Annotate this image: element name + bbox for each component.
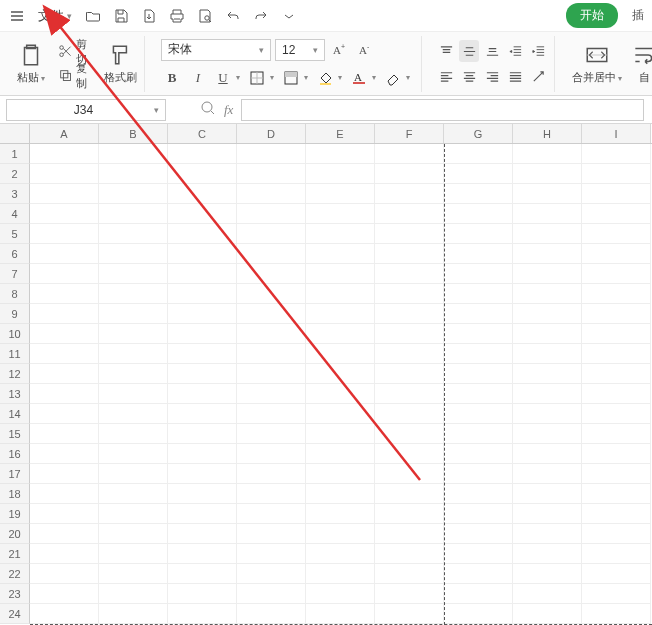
cell[interactable] (237, 404, 306, 424)
undo-icon[interactable] (222, 5, 244, 27)
cell[interactable] (168, 284, 237, 304)
cell[interactable] (375, 444, 444, 464)
cell[interactable] (513, 304, 582, 324)
cell[interactable] (99, 264, 168, 284)
cell[interactable] (99, 224, 168, 244)
cell[interactable] (582, 384, 651, 404)
row-header[interactable]: 1 (0, 144, 30, 164)
cell[interactable] (30, 224, 99, 244)
cell[interactable] (582, 364, 651, 384)
cell[interactable] (375, 464, 444, 484)
cell[interactable] (513, 584, 582, 604)
row-header[interactable]: 5 (0, 224, 30, 244)
cell[interactable] (237, 564, 306, 584)
cell[interactable] (375, 304, 444, 324)
cell[interactable] (237, 464, 306, 484)
cell[interactable] (99, 164, 168, 184)
cell[interactable] (444, 524, 513, 544)
cell[interactable] (237, 524, 306, 544)
cell[interactable] (582, 524, 651, 544)
column-header[interactable]: H (513, 124, 582, 143)
cell[interactable] (168, 324, 237, 344)
cell[interactable] (30, 364, 99, 384)
cell[interactable] (168, 464, 237, 484)
cell[interactable] (306, 244, 375, 264)
cell[interactable] (99, 304, 168, 324)
cell[interactable] (99, 404, 168, 424)
cell[interactable] (444, 604, 513, 624)
cell[interactable] (444, 284, 513, 304)
cell[interactable] (99, 464, 168, 484)
column-header[interactable]: C (168, 124, 237, 143)
cell[interactable] (237, 424, 306, 444)
column-header[interactable]: G (444, 124, 513, 143)
row-header[interactable]: 23 (0, 584, 30, 604)
cell[interactable] (237, 144, 306, 164)
cell[interactable] (306, 404, 375, 424)
cell[interactable] (444, 244, 513, 264)
cell[interactable] (513, 184, 582, 204)
cell[interactable] (375, 604, 444, 624)
cell[interactable] (582, 444, 651, 464)
cell[interactable] (444, 364, 513, 384)
align-bottom-button[interactable] (482, 40, 502, 62)
cell[interactable] (168, 384, 237, 404)
cell[interactable] (306, 264, 375, 284)
tab-start[interactable]: 开始 (566, 3, 618, 28)
cell[interactable] (99, 324, 168, 344)
indent-decrease-button[interactable] (505, 40, 525, 62)
fx-label[interactable]: fx (224, 102, 233, 118)
row-header[interactable]: 6 (0, 244, 30, 264)
row-header[interactable]: 21 (0, 544, 30, 564)
cell[interactable] (375, 564, 444, 584)
bold-button[interactable]: B (161, 67, 183, 89)
cell[interactable] (30, 524, 99, 544)
row-header[interactable]: 4 (0, 204, 30, 224)
cell[interactable] (513, 344, 582, 364)
cell[interactable] (306, 384, 375, 404)
formula-input[interactable] (241, 99, 644, 121)
spreadsheet-grid[interactable]: ABCDEFGHI 123456789101112131415161718192… (0, 124, 652, 625)
underline-button[interactable]: U ▾ (213, 67, 243, 89)
cell-style-button[interactable]: ▾ (281, 67, 311, 89)
cell[interactable] (168, 344, 237, 364)
cell[interactable] (513, 484, 582, 504)
cell[interactable] (99, 444, 168, 464)
cell[interactable] (168, 544, 237, 564)
cell[interactable] (306, 484, 375, 504)
cell[interactable] (513, 504, 582, 524)
cell[interactable] (582, 284, 651, 304)
cell[interactable] (99, 184, 168, 204)
cell[interactable] (375, 544, 444, 564)
cell[interactable] (582, 144, 651, 164)
cell[interactable] (513, 604, 582, 624)
cell[interactable] (99, 584, 168, 604)
cell[interactable] (237, 364, 306, 384)
cell[interactable] (306, 304, 375, 324)
cell[interactable] (237, 244, 306, 264)
align-center-button[interactable] (459, 65, 479, 87)
column-header[interactable]: B (99, 124, 168, 143)
cell[interactable] (30, 204, 99, 224)
cell[interactable] (237, 324, 306, 344)
cell[interactable] (30, 324, 99, 344)
cell[interactable] (582, 584, 651, 604)
cell[interactable] (99, 344, 168, 364)
cell[interactable] (444, 224, 513, 244)
cell[interactable] (444, 344, 513, 364)
cell[interactable] (582, 324, 651, 344)
cell[interactable] (99, 504, 168, 524)
cell[interactable] (99, 484, 168, 504)
cell[interactable] (237, 604, 306, 624)
function-wizard-icon[interactable] (200, 100, 216, 119)
cell[interactable] (99, 544, 168, 564)
cell[interactable] (237, 264, 306, 284)
cell[interactable] (513, 424, 582, 444)
row-header[interactable]: 20 (0, 524, 30, 544)
cut-button[interactable]: 剪切 (56, 41, 97, 63)
cell[interactable] (306, 464, 375, 484)
cell[interactable] (582, 204, 651, 224)
indent-increase-button[interactable] (528, 40, 548, 62)
cell[interactable] (375, 404, 444, 424)
paste-button[interactable]: 粘贴▾ (12, 37, 50, 91)
